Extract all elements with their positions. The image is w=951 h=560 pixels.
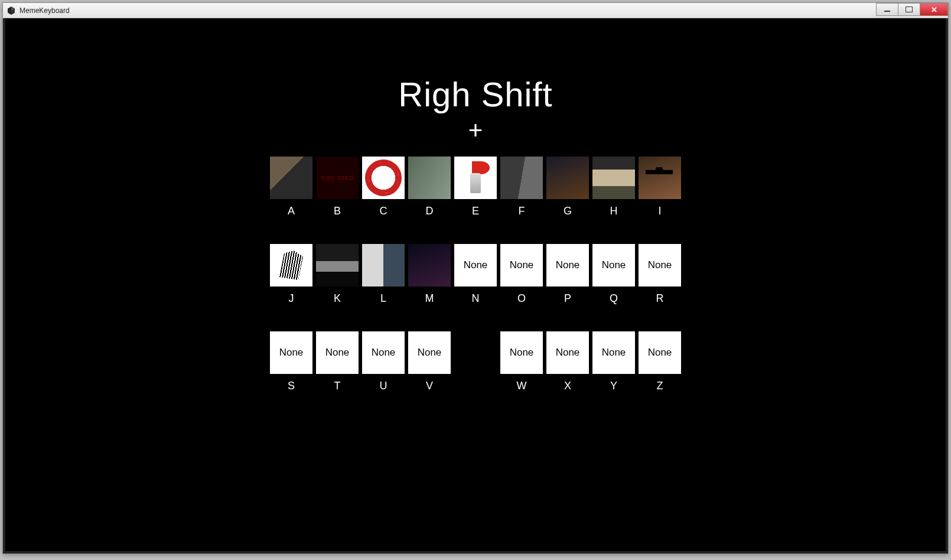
key-slot-y: NoneY	[592, 331, 635, 392]
key-slot-n: NoneN	[454, 244, 497, 305]
meme-thumb-c[interactable]	[362, 157, 405, 199]
key-slot-w: NoneW	[500, 331, 543, 392]
key-row: NoneSNoneTNoneUNoneVNoneWNoneXNoneYNoneZ	[270, 331, 681, 392]
key-label: R	[656, 292, 664, 305]
key-slot-c: C	[362, 157, 405, 217]
key-row: ABCDEFGHI	[270, 157, 681, 217]
key-label: T	[334, 380, 341, 392]
key-label: C	[380, 205, 387, 217]
heading-modifier: Righ Shift	[398, 74, 552, 114]
key-label: B	[334, 205, 341, 217]
key-label: P	[564, 292, 571, 305]
unity-icon	[6, 6, 16, 15]
meme-thumb-a[interactable]	[270, 157, 312, 199]
key-label: J	[289, 292, 294, 305]
app-window: MemeKeyboard Righ Shift + ABCDEFGHIJKLMN…	[2, 2, 949, 554]
key-slot-b: B	[316, 157, 359, 217]
key-row: JKLMNoneNNoneONonePNoneQNoneR	[270, 244, 681, 305]
key-label: S	[288, 380, 295, 392]
key-slot-d: D	[408, 157, 451, 217]
key-label: V	[426, 380, 433, 392]
key-label: K	[334, 292, 341, 305]
key-label: A	[288, 205, 295, 217]
key-slot-g: G	[546, 157, 589, 217]
window-controls	[877, 3, 948, 18]
key-slot-a: A	[270, 157, 312, 217]
key-slot-z: NoneZ	[639, 331, 681, 392]
key-label: O	[517, 292, 526, 305]
key-slot-f: F	[500, 157, 543, 217]
keyboard-grid: ABCDEFGHIJKLMNoneNNoneONonePNoneQNoneRNo…	[270, 157, 681, 392]
empty-thumb-w[interactable]: None	[500, 331, 543, 374]
key-slot-s: NoneS	[270, 331, 312, 392]
key-slot-i: I	[639, 157, 681, 217]
titlebar: MemeKeyboard	[3, 3, 948, 18]
meme-thumb-k[interactable]	[316, 244, 359, 286]
key-label: F	[519, 205, 525, 217]
window-title: MemeKeyboard	[19, 6, 70, 15]
empty-thumb-s[interactable]: None	[270, 331, 312, 374]
empty-thumb-z[interactable]: None	[639, 331, 681, 374]
key-label: N	[472, 292, 480, 305]
empty-thumb-o[interactable]: None	[500, 244, 543, 286]
key-slot-u: NoneU	[362, 331, 405, 392]
key-label: D	[426, 205, 434, 217]
meme-thumb-i[interactable]	[639, 157, 681, 199]
key-slot-v: NoneV	[408, 331, 451, 392]
key-slot-x: NoneX	[546, 331, 589, 392]
meme-thumb-d[interactable]	[408, 157, 451, 199]
key-slot-m: M	[408, 244, 451, 305]
titlebar-left: MemeKeyboard	[6, 6, 70, 15]
heading-plus: +	[468, 116, 483, 145]
key-label: U	[380, 380, 387, 392]
empty-thumb-x[interactable]: None	[546, 331, 589, 374]
key-label: Q	[610, 292, 618, 305]
meme-thumb-l[interactable]	[362, 244, 405, 286]
key-label: G	[564, 205, 572, 217]
key-label: Z	[657, 380, 663, 392]
key-label: M	[425, 292, 434, 305]
key-slot-j: J	[270, 244, 312, 305]
key-slot-p: NoneP	[546, 244, 589, 305]
meme-thumb-e[interactable]	[454, 157, 497, 199]
maximize-button[interactable]	[898, 3, 920, 16]
key-label: W	[517, 380, 527, 392]
key-slot-l: L	[362, 244, 405, 305]
meme-thumb-g[interactable]	[546, 157, 589, 199]
key-slot-e: E	[454, 157, 497, 217]
empty-thumb-t[interactable]: None	[316, 331, 359, 374]
key-label: H	[610, 205, 618, 217]
empty-thumb-y[interactable]: None	[592, 331, 635, 374]
meme-thumb-h[interactable]	[592, 157, 635, 199]
empty-thumb-v[interactable]: None	[408, 331, 451, 374]
key-label: X	[564, 380, 571, 392]
empty-thumb-p[interactable]: None	[546, 244, 589, 286]
minimize-button[interactable]	[876, 3, 898, 16]
empty-thumb-r[interactable]: None	[639, 244, 681, 286]
meme-thumb-f[interactable]	[500, 157, 543, 199]
key-slot-r: NoneR	[639, 244, 681, 305]
key-label: L	[380, 292, 386, 305]
meme-thumb-j[interactable]	[270, 244, 312, 286]
key-slot-t: NoneT	[316, 331, 359, 392]
meme-thumb-b[interactable]	[316, 157, 359, 199]
empty-thumb-n[interactable]: None	[454, 244, 497, 286]
close-button[interactable]	[920, 3, 948, 16]
key-label: E	[472, 205, 479, 217]
key-label: Y	[610, 380, 617, 392]
key-slot-k: K	[316, 244, 359, 305]
key-slot-h: H	[592, 157, 635, 217]
key-slot-o: NoneO	[500, 244, 543, 305]
key-slot-q: NoneQ	[592, 244, 635, 305]
content-area: Righ Shift + ABCDEFGHIJKLMNoneNNoneONone…	[3, 18, 948, 554]
empty-thumb-q[interactable]: None	[592, 244, 635, 286]
key-label: I	[658, 205, 661, 217]
meme-thumb-m[interactable]	[408, 244, 451, 286]
empty-thumb-u[interactable]: None	[362, 331, 405, 374]
